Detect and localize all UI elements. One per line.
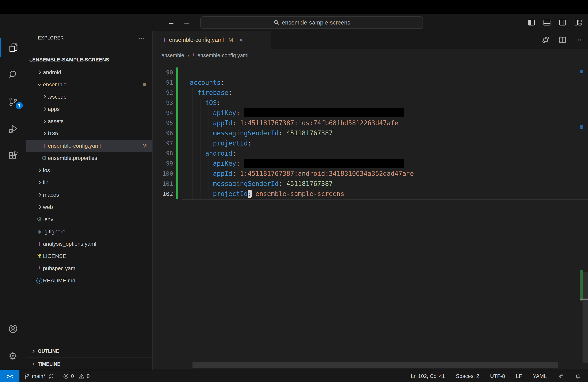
back-arrow-icon[interactable]: ← (165, 14, 177, 31)
tree-folder-.vscode[interactable]: .vscode (26, 91, 152, 103)
line-number: 94 (153, 108, 173, 118)
tree-folder-lib[interactable]: lib (26, 176, 152, 189)
problems-status[interactable]: 0 0 (63, 373, 90, 379)
command-center-text: ensemble-sample-screens (282, 19, 350, 26)
accounts-icon[interactable] (0, 319, 26, 338)
forward-arrow-icon[interactable]: → (181, 14, 192, 31)
tree-folder-ios[interactable]: ios (26, 164, 152, 176)
vertical-scrollbar[interactable] (583, 272, 588, 363)
gear-icon: ⚙ (42, 155, 47, 161)
source-control-icon[interactable]: 1 (0, 92, 26, 111)
yaml-colon: : (232, 170, 236, 177)
code-line-99[interactable]: 99 apiKey: (153, 159, 588, 169)
yaml-key: appId (213, 170, 232, 177)
sidebar-header: EXPLORER ⋯ (26, 31, 152, 45)
tree-folder-i18n[interactable]: i18n (26, 127, 152, 140)
tree-file-analysis_options.yaml[interactable]: !analysis_options.yaml (26, 238, 152, 250)
toggle-secondary-sidebar-icon[interactable] (558, 18, 567, 27)
code-line-101[interactable]: 101 messagingSenderId: 451181767387 (153, 179, 588, 189)
indent-guide (200, 98, 200, 199)
line-number: 90 (153, 67, 173, 78)
chevron-right-icon (38, 70, 41, 74)
tree-item-label: pubspec.yaml (43, 265, 77, 272)
tree-root-row[interactable]: ENSEMBLE-SAMPLE-SCREENS (26, 54, 152, 65)
timeline-panel-header[interactable]: TIMELINE (26, 358, 152, 370)
yaml-value: 1:451181767387:ios:74fb681bd5812263d47af… (240, 119, 399, 127)
tree-file-pubspec.yaml[interactable]: !pubspec.yaml (26, 262, 152, 275)
branch-status[interactable]: main* (24, 373, 45, 379)
tree-folder-macos[interactable]: macos (26, 189, 152, 201)
breadcrumb-folder[interactable]: ensemble (161, 53, 184, 59)
run-debug-icon[interactable] (0, 119, 26, 138)
code-line-96[interactable]: 96 messagingSenderId: 451181767387 (153, 128, 588, 138)
code-line-91[interactable]: 91accounts: (153, 78, 588, 88)
cursor-position[interactable]: Ln 102, Col 41 (411, 373, 445, 379)
tab-ensemble-config[interactable]: ! ensemble-config.yaml M × (153, 31, 271, 49)
tab-close-icon[interactable]: × (239, 36, 243, 44)
tree-folder-android[interactable]: android (26, 66, 152, 78)
indentation[interactable]: Spaces: 2 (456, 373, 479, 379)
explorer-more-actions-icon[interactable]: ⋯ (138, 34, 145, 42)
indent-guide (38, 91, 38, 164)
extensions-icon[interactable] (0, 147, 26, 165)
code-line-93[interactable]: 93 iOS: (153, 98, 588, 108)
editor-more-actions-icon[interactable]: ⋯ (575, 36, 582, 44)
remote-indicator[interactable]: >< (0, 370, 20, 382)
yaml-colon: : (279, 180, 283, 188)
yaml-key: projectId (213, 139, 248, 147)
code-line-94[interactable]: 94 apiKey: (153, 108, 588, 118)
language-mode[interactable]: YAML (533, 373, 547, 379)
yaml-key: apiKey (213, 109, 236, 117)
tree-file-README.md[interactable]: iREADME.md (26, 275, 152, 287)
explorer-icon[interactable] (0, 38, 26, 57)
tree-file-.gitignore[interactable]: ◆.gitignore (26, 225, 152, 238)
code-line-90[interactable]: 90 (153, 67, 588, 78)
yaml-file-icon: ! (192, 52, 194, 59)
code-line-98[interactable]: 98 android: (153, 149, 588, 159)
outline-panel-header[interactable]: OUTLINE (26, 345, 152, 357)
sync-status[interactable] (48, 373, 54, 379)
horizontal-scrollbar[interactable] (192, 362, 558, 368)
tree-file-ensemble.properties[interactable]: ⚙ensemble.properties (26, 152, 152, 164)
code-line-97[interactable]: 97 projectId: (153, 138, 588, 149)
title-bar: ← → ensemble-sample-screens (0, 14, 588, 31)
line-number: 96 (153, 128, 173, 138)
eol[interactable]: LF (516, 373, 522, 379)
status-bar: >< main* 0 0 Ln 102, Col 41 Spaces: 2 UT… (0, 370, 588, 382)
line-number: 92 (153, 88, 173, 98)
chevron-right-icon (31, 349, 35, 353)
code-line-100[interactable]: 100 appId: 1:451181767387:android:341831… (153, 169, 588, 179)
tree-file-ensemble-config.yaml[interactable]: !ensemble-config.yamlM (26, 140, 152, 152)
line-number: 93 (153, 98, 173, 108)
search-view-icon[interactable] (0, 65, 26, 84)
tree-file-LICENSE[interactable]: LICENSE (26, 250, 152, 262)
encoding[interactable]: UTF-8 (490, 373, 505, 379)
line-number: 98 (153, 149, 173, 159)
breadcrumb-file[interactable]: ensemble-config.yaml (197, 53, 249, 59)
overview-ruler-modified (580, 270, 583, 300)
tree-item-label: android (43, 69, 61, 75)
tree-folder-web[interactable]: web (26, 201, 152, 213)
settings-gear-icon[interactable]: ⚙ (0, 347, 26, 365)
tree-folder-apps[interactable]: apps (26, 103, 152, 115)
search-icon (273, 19, 280, 26)
tree-item-label: lib (43, 180, 48, 186)
command-center-search[interactable]: ensemble-sample-screens (200, 16, 423, 29)
notifications-bell-icon[interactable] (575, 373, 581, 379)
redacted-value (244, 108, 404, 117)
yaml-file-icon: ! (38, 241, 40, 247)
customize-layout-icon[interactable] (574, 18, 583, 27)
toggle-sidebar-icon[interactable] (527, 18, 536, 27)
tree-folder-ensemble[interactable]: ensemble (26, 78, 152, 91)
open-changes-icon[interactable] (541, 36, 550, 44)
split-editor-icon[interactable] (558, 36, 567, 44)
code-area[interactable]: 9091accounts:92 firebase:93 iOS:94 apiKe… (153, 67, 588, 199)
tree-file-.env[interactable]: ⚙.env (26, 213, 152, 225)
code-line-102[interactable]: 102 projectId: ensemble-sample-screens (153, 189, 588, 199)
code-line-92[interactable]: 92 firebase: (153, 88, 588, 98)
feedback-icon[interactable] (558, 373, 564, 379)
toggle-panel-icon[interactable] (543, 18, 551, 27)
code-line-95[interactable]: 95 appId: 1:451181767387:ios:74fb681bd58… (153, 118, 588, 128)
tree-folder-assets[interactable]: assets (26, 115, 152, 127)
chevron-right-icon (38, 181, 41, 184)
